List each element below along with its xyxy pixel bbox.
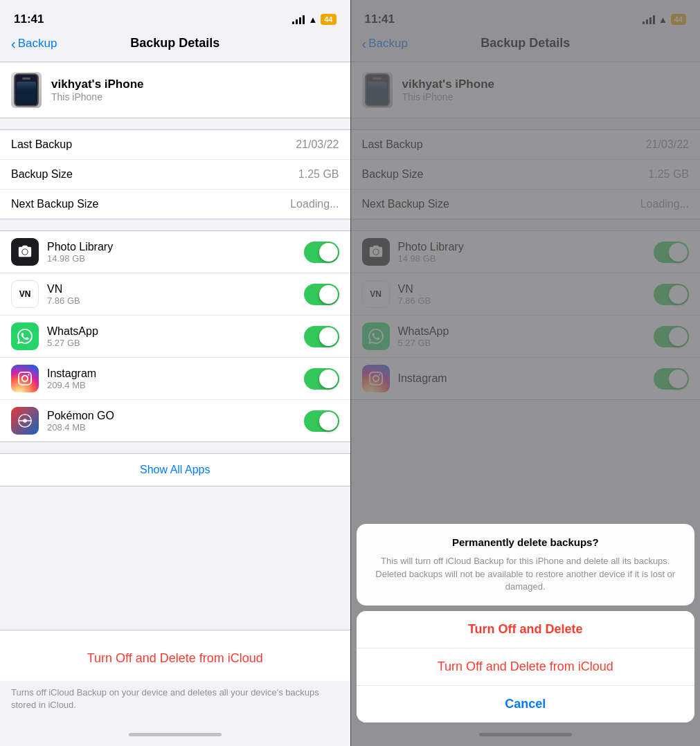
left-app-left-0: Photo Library 14.98 GB [11, 238, 113, 266]
left-app-row-4: Pokémon GO 208.4 MB [0, 400, 350, 442]
left-app-row-3: Instagram 209.4 MB [0, 358, 350, 400]
left-app-icon-4 [11, 407, 39, 435]
signal-icon [292, 15, 305, 24]
left-toggle-1[interactable] [304, 284, 339, 305]
left-app-size-4: 208.4 MB [47, 422, 114, 433]
left-stat-row-0: Last Backup 21/03/22 [0, 130, 350, 160]
left-stat-row-2: Next Backup Size Loading... [0, 190, 350, 219]
wifi-icon: ▲ [308, 15, 317, 25]
left-action-description: Turns off iCloud Backup on your device a… [0, 681, 350, 722]
action-sheet-buttons: Turn Off and Delete Turn Off and Delete … [357, 611, 695, 722]
left-app-left-4: Pokémon GO 208.4 MB [11, 407, 114, 435]
left-app-row-0: Photo Library 14.98 GB [0, 231, 350, 273]
left-app-icon-3 [11, 365, 39, 392]
left-back-label: Backup [18, 37, 57, 51]
left-stat-value-0: 21/03/22 [296, 138, 339, 151]
left-app-name-1: VN [47, 283, 80, 295]
right-home-indicator [351, 722, 701, 746]
left-apps-section: Photo Library 14.98 GB VN VN 7.86 GB [0, 230, 350, 442]
left-stats-section: Last Backup 21/03/22 Backup Size 1.25 GB… [0, 129, 350, 219]
left-app-name-0: Photo Library [47, 241, 113, 253]
left-app-name-4: Pokémon GO [47, 410, 114, 422]
left-time: 11:41 [14, 12, 44, 26]
left-home-indicator [0, 722, 350, 746]
left-app-info-0: Photo Library 14.98 GB [47, 241, 113, 264]
left-phone-panel: 11:41 ▲ 44 ‹ Backup Backup Details vikhy… [0, 0, 350, 746]
left-stat-label-2: Next Backup Size [11, 198, 98, 210]
left-toggle-2[interactable] [304, 326, 339, 347]
left-status-icons: ▲ 44 [292, 14, 336, 25]
left-app-row-2: WhatsApp 5.27 GB [0, 316, 350, 358]
left-app-left-2: WhatsApp 5.27 GB [11, 322, 98, 350]
turn-off-delete-button[interactable]: Turn Off and Delete [357, 611, 695, 648]
svg-point-3 [23, 419, 27, 423]
action-sheet-info-card: Permanently delete backups? This will tu… [357, 524, 695, 606]
left-toggle-0[interactable] [304, 242, 339, 263]
left-app-icon-1: VN [11, 280, 39, 308]
left-app-size-0: 14.98 GB [47, 253, 113, 264]
left-stat-value-2: Loading... [290, 198, 339, 210]
left-app-info-4: Pokémon GO 208.4 MB [47, 410, 114, 433]
cancel-button[interactable]: Cancel [357, 686, 695, 722]
left-device-subtitle: This iPhone [51, 91, 143, 102]
left-app-name-2: WhatsApp [47, 325, 98, 338]
left-app-size-3: 209.4 MB [47, 380, 96, 390]
left-app-info-1: VN 7.86 GB [47, 283, 80, 306]
left-nav-bar: ‹ Backup Backup Details [0, 33, 350, 56]
chevron-left-icon: ‹ [11, 37, 16, 51]
left-app-row-1: VN VN 7.86 GB [0, 273, 350, 316]
left-back-button[interactable]: ‹ Backup [11, 37, 57, 51]
left-home-bar [129, 733, 222, 736]
left-toggle-3[interactable] [304, 368, 339, 390]
svg-point-0 [22, 249, 27, 254]
left-app-left-3: Instagram 209.4 MB [11, 365, 96, 392]
action-sheet-description: This will turn off iCloud Backup for thi… [357, 552, 695, 606]
right-phone-panel: 11:41 ▲ 44 ‹ Backup Backup Details vikhy… [350, 0, 701, 746]
left-nav-title: Backup Details [130, 36, 219, 51]
left-toggle-4[interactable] [304, 410, 339, 432]
left-turn-off-delete-button[interactable]: Turn Off and Delete from iCloud [11, 642, 339, 675]
battery-badge: 44 [321, 14, 336, 25]
left-device-icon [11, 72, 42, 108]
action-sheet-title: Permanently delete backups? [357, 524, 695, 552]
turn-off-delete-icloud-button[interactable]: Turn Off and Delete from iCloud [357, 648, 695, 686]
left-stat-label-0: Last Backup [11, 138, 72, 151]
right-home-bar [479, 733, 572, 736]
left-stat-label-1: Backup Size [11, 168, 73, 181]
left-app-info-3: Instagram 209.4 MB [47, 367, 96, 390]
left-show-all-section[interactable]: Show All Apps [0, 453, 350, 486]
left-stat-row-1: Backup Size 1.25 GB [0, 160, 350, 190]
left-app-icon-2 [11, 322, 39, 350]
left-app-size-2: 5.27 GB [47, 338, 98, 348]
left-stat-value-1: 1.25 GB [298, 168, 339, 181]
left-app-left-1: VN VN 7.86 GB [11, 280, 80, 308]
left-device-info: vikhyat's iPhone This iPhone [51, 78, 143, 102]
left-status-bar: 11:41 ▲ 44 [0, 0, 350, 33]
action-sheet: Permanently delete backups? This will tu… [351, 524, 701, 746]
left-bottom-action: Turn Off and Delete from iCloud [0, 630, 350, 681]
left-device-name: vikhyat's iPhone [51, 78, 143, 91]
left-app-name-3: Instagram [47, 367, 96, 380]
left-show-all-link[interactable]: Show All Apps [140, 464, 210, 475]
left-device-section: vikhyat's iPhone This iPhone [0, 62, 350, 118]
left-app-size-1: 7.86 GB [47, 295, 80, 306]
left-app-info-2: WhatsApp 5.27 GB [47, 325, 98, 348]
left-app-icon-0 [11, 238, 39, 266]
